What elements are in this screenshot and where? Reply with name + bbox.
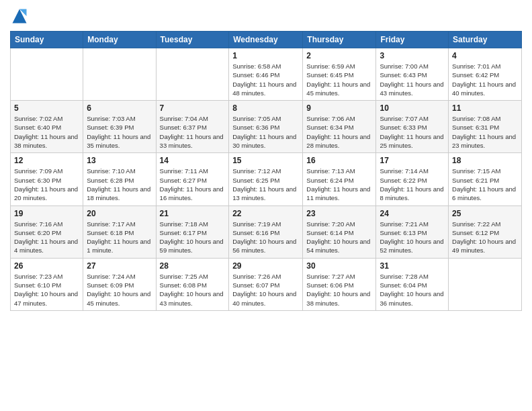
day-number: 4 [452, 51, 518, 60]
day-number: 15 [232, 156, 299, 165]
day-number: 5 [14, 103, 79, 113]
calendar-header-row: SundayMondayTuesdayWednesdayThursdayFrid… [11, 32, 522, 48]
day-info: Sunrise: 7:16 AM Sunset: 6:20 PM Dayligh… [14, 220, 79, 255]
day-number: 29 [232, 261, 299, 271]
day-info: Sunrise: 7:02 AM Sunset: 6:40 PM Dayligh… [14, 114, 79, 150]
day-cell: 9Sunrise: 7:06 AM Sunset: 6:34 PM Daylig… [303, 101, 376, 153]
day-header-tuesday: Tuesday [156, 32, 229, 48]
day-cell: 11Sunrise: 7:08 AM Sunset: 6:31 PM Dayli… [449, 101, 522, 153]
day-cell: 2Sunrise: 6:59 AM Sunset: 6:45 PM Daylig… [303, 48, 376, 101]
day-info: Sunrise: 7:09 AM Sunset: 6:30 PM Dayligh… [14, 167, 79, 202]
day-info: Sunrise: 7:00 AM Sunset: 6:43 PM Dayligh… [380, 62, 445, 97]
day-cell: 10Sunrise: 7:07 AM Sunset: 6:33 PM Dayli… [376, 101, 449, 153]
day-info: Sunrise: 7:25 AM Sunset: 6:08 PM Dayligh… [160, 272, 226, 308]
day-number: 27 [87, 261, 152, 271]
calendar: SundayMondayTuesdayWednesdayThursdayFrid… [10, 31, 522, 311]
day-number: 28 [160, 261, 226, 271]
day-number: 14 [160, 156, 226, 165]
day-info: Sunrise: 7:26 AM Sunset: 6:07 PM Dayligh… [232, 272, 299, 308]
day-cell: 20Sunrise: 7:17 AM Sunset: 6:18 PM Dayli… [83, 205, 156, 258]
day-cell: 18Sunrise: 7:15 AM Sunset: 6:21 PM Dayli… [449, 153, 522, 205]
day-info: Sunrise: 7:22 AM Sunset: 6:12 PM Dayligh… [452, 220, 518, 255]
day-cell: 29Sunrise: 7:26 AM Sunset: 6:07 PM Dayli… [229, 258, 303, 310]
day-cell: 12Sunrise: 7:09 AM Sunset: 6:30 PM Dayli… [11, 153, 83, 205]
day-number: 2 [306, 51, 372, 60]
day-info: Sunrise: 7:21 AM Sunset: 6:13 PM Dayligh… [380, 220, 445, 255]
day-cell: 23Sunrise: 7:20 AM Sunset: 6:14 PM Dayli… [303, 205, 376, 258]
day-number: 20 [87, 209, 152, 218]
logo [10, 7, 32, 26]
week-row-1: 1Sunrise: 6:58 AM Sunset: 6:46 PM Daylig… [11, 48, 522, 101]
day-info: Sunrise: 7:06 AM Sunset: 6:34 PM Dayligh… [306, 114, 372, 150]
day-cell: 8Sunrise: 7:05 AM Sunset: 6:36 PM Daylig… [229, 101, 303, 153]
day-number: 21 [160, 209, 226, 218]
day-cell: 16Sunrise: 7:13 AM Sunset: 6:24 PM Dayli… [303, 153, 376, 205]
day-info: Sunrise: 7:17 AM Sunset: 6:18 PM Dayligh… [87, 220, 152, 255]
day-cell [83, 48, 156, 101]
day-cell: 15Sunrise: 7:12 AM Sunset: 6:25 PM Dayli… [229, 153, 303, 205]
day-cell: 3Sunrise: 7:00 AM Sunset: 6:43 PM Daylig… [376, 48, 449, 101]
day-number: 13 [87, 156, 152, 165]
logo-icon [10, 7, 29, 26]
day-cell: 14Sunrise: 7:11 AM Sunset: 6:27 PM Dayli… [156, 153, 229, 205]
day-info: Sunrise: 7:05 AM Sunset: 6:36 PM Dayligh… [232, 114, 299, 150]
day-number: 11 [452, 103, 518, 113]
day-number: 18 [452, 156, 518, 165]
day-number: 31 [380, 261, 445, 271]
day-info: Sunrise: 7:08 AM Sunset: 6:31 PM Dayligh… [452, 114, 518, 150]
day-info: Sunrise: 7:20 AM Sunset: 6:14 PM Dayligh… [306, 220, 372, 255]
day-info: Sunrise: 7:13 AM Sunset: 6:24 PM Dayligh… [306, 167, 372, 202]
day-number: 16 [306, 156, 372, 165]
day-info: Sunrise: 7:03 AM Sunset: 6:39 PM Dayligh… [87, 114, 152, 150]
day-number: 3 [380, 51, 445, 60]
day-cell: 6Sunrise: 7:03 AM Sunset: 6:39 PM Daylig… [83, 101, 156, 153]
day-cell: 22Sunrise: 7:19 AM Sunset: 6:16 PM Dayli… [229, 205, 303, 258]
day-number: 7 [160, 103, 226, 113]
day-header-friday: Friday [376, 32, 449, 48]
day-header-saturday: Saturday [449, 32, 522, 48]
day-info: Sunrise: 7:15 AM Sunset: 6:21 PM Dayligh… [452, 167, 518, 202]
day-info: Sunrise: 7:10 AM Sunset: 6:28 PM Dayligh… [87, 167, 152, 202]
day-cell: 26Sunrise: 7:23 AM Sunset: 6:10 PM Dayli… [11, 258, 83, 310]
day-cell: 17Sunrise: 7:14 AM Sunset: 6:22 PM Dayli… [376, 153, 449, 205]
day-cell: 28Sunrise: 7:25 AM Sunset: 6:08 PM Dayli… [156, 258, 229, 310]
day-cell [156, 48, 229, 101]
day-cell: 25Sunrise: 7:22 AM Sunset: 6:12 PM Dayli… [449, 205, 522, 258]
day-number: 17 [380, 156, 445, 165]
day-info: Sunrise: 7:11 AM Sunset: 6:27 PM Dayligh… [160, 167, 226, 202]
day-cell: 31Sunrise: 7:28 AM Sunset: 6:04 PM Dayli… [376, 258, 449, 310]
header [10, 7, 522, 26]
day-number: 12 [14, 156, 79, 165]
day-cell: 19Sunrise: 7:16 AM Sunset: 6:20 PM Dayli… [11, 205, 83, 258]
day-number: 24 [380, 209, 445, 218]
day-cell: 1Sunrise: 6:58 AM Sunset: 6:46 PM Daylig… [229, 48, 303, 101]
page: SundayMondayTuesdayWednesdayThursdayFrid… [0, 0, 532, 411]
day-cell: 13Sunrise: 7:10 AM Sunset: 6:28 PM Dayli… [83, 153, 156, 205]
day-number: 1 [232, 51, 299, 60]
day-number: 22 [232, 209, 299, 218]
day-cell [449, 258, 522, 310]
day-info: Sunrise: 7:07 AM Sunset: 6:33 PM Dayligh… [380, 114, 445, 150]
day-info: Sunrise: 7:28 AM Sunset: 6:04 PM Dayligh… [380, 272, 445, 308]
day-info: Sunrise: 7:04 AM Sunset: 6:37 PM Dayligh… [160, 114, 226, 150]
week-row-2: 5Sunrise: 7:02 AM Sunset: 6:40 PM Daylig… [11, 101, 522, 153]
day-info: Sunrise: 6:59 AM Sunset: 6:45 PM Dayligh… [306, 62, 372, 97]
day-header-thursday: Thursday [303, 32, 376, 48]
day-number: 23 [306, 209, 372, 218]
day-number: 9 [306, 103, 372, 113]
day-info: Sunrise: 7:24 AM Sunset: 6:09 PM Dayligh… [87, 272, 152, 308]
day-header-wednesday: Wednesday [229, 32, 303, 48]
week-row-4: 19Sunrise: 7:16 AM Sunset: 6:20 PM Dayli… [11, 205, 522, 258]
day-number: 8 [232, 103, 299, 113]
day-header-sunday: Sunday [11, 32, 83, 48]
day-cell: 4Sunrise: 7:01 AM Sunset: 6:42 PM Daylig… [449, 48, 522, 101]
day-info: Sunrise: 7:27 AM Sunset: 6:06 PM Dayligh… [306, 272, 372, 308]
day-cell: 7Sunrise: 7:04 AM Sunset: 6:37 PM Daylig… [156, 101, 229, 153]
day-info: Sunrise: 7:23 AM Sunset: 6:10 PM Dayligh… [14, 272, 79, 308]
day-number: 30 [306, 261, 372, 271]
day-cell: 30Sunrise: 7:27 AM Sunset: 6:06 PM Dayli… [303, 258, 376, 310]
day-info: Sunrise: 7:14 AM Sunset: 6:22 PM Dayligh… [380, 167, 445, 202]
day-cell: 21Sunrise: 7:18 AM Sunset: 6:17 PM Dayli… [156, 205, 229, 258]
week-row-3: 12Sunrise: 7:09 AM Sunset: 6:30 PM Dayli… [11, 153, 522, 205]
week-row-5: 26Sunrise: 7:23 AM Sunset: 6:10 PM Dayli… [11, 258, 522, 310]
